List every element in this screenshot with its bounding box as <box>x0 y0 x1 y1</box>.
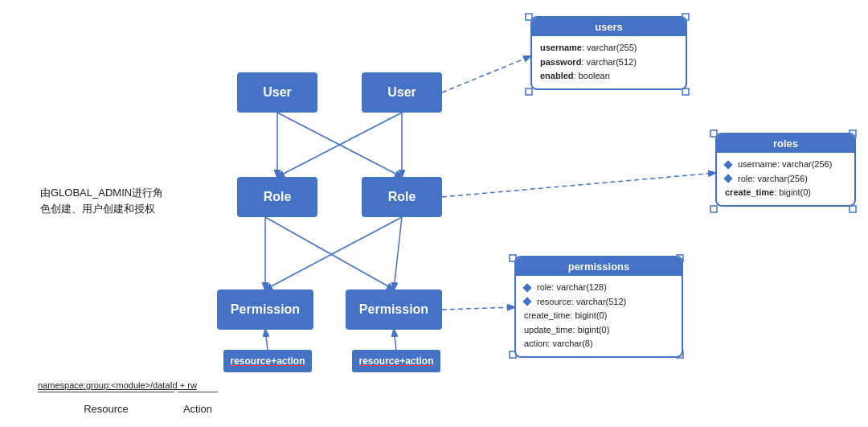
bottom-annotation: namespace:group:<module>/dataId + rw Res… <box>38 380 197 415</box>
roles-table-body: username: varchar(256) role: varchar(256… <box>717 153 854 205</box>
users-table-header: users <box>532 18 686 36</box>
svg-line-8 <box>265 330 268 350</box>
diamond-icon <box>723 174 732 183</box>
roles-table-header: roles <box>717 134 854 153</box>
bottom-labels-row: Resource Action <box>38 403 197 415</box>
svg-line-10 <box>442 56 530 92</box>
user-box-2: User <box>362 72 442 113</box>
svg-rect-15 <box>526 88 532 95</box>
users-table-body: username: varchar(255) password: varchar… <box>532 36 686 88</box>
resource-brace <box>38 392 174 403</box>
svg-line-1 <box>277 113 402 177</box>
diamond-icon <box>522 283 531 292</box>
svg-line-6 <box>265 217 402 289</box>
svg-rect-19 <box>710 206 717 212</box>
brace-row <box>38 392 197 403</box>
users-field-username: username: varchar(255) <box>540 41 678 55</box>
namespace-text: namespace:group:<module>/dataId + rw <box>38 380 197 390</box>
role-box-1: Role <box>237 177 317 217</box>
perm-field-resource: resource: varchar(512) <box>524 295 674 310</box>
perm-field-create-time: create_time: bigint(0) <box>524 309 674 323</box>
perm-field-role: role: varchar(128) <box>524 281 674 295</box>
perm-field-action: action: varchar(8) <box>524 337 674 351</box>
resource-label: Resource <box>38 403 174 415</box>
users-field-password: password: varchar(512) <box>540 55 678 70</box>
diagram-canvas: User User Role Role Permission Permissio… <box>0 0 868 427</box>
role-box-2: Role <box>362 177 442 217</box>
svg-rect-20 <box>850 206 856 212</box>
diamond-icon <box>522 298 531 306</box>
resource-action-box-1: resource+action <box>223 350 312 372</box>
permission-box-1: Permission <box>217 289 313 330</box>
svg-line-5 <box>265 217 394 289</box>
action-brace <box>178 392 218 403</box>
roles-table: roles username: varchar(256) role: varch… <box>715 133 856 207</box>
svg-line-12 <box>442 307 514 310</box>
resource-action-box-2: resource+action <box>352 350 440 372</box>
roles-field-username: username: varchar(256) <box>725 158 846 172</box>
users-table: users username: varchar(255) password: v… <box>530 16 687 90</box>
roles-field-role: role: varchar(256) <box>725 172 846 187</box>
roles-field-create-time: create_time: bigint(0) <box>725 186 846 200</box>
perm-field-update-time: update_time: bigint(0) <box>524 323 674 338</box>
diamond-icon <box>723 160 732 169</box>
permission-box-2: Permission <box>346 289 442 330</box>
svg-line-7 <box>394 217 402 289</box>
svg-line-11 <box>442 173 715 197</box>
svg-line-2 <box>277 113 402 177</box>
svg-line-9 <box>394 330 396 350</box>
permissions-table: permissions role: varchar(128) resource:… <box>514 256 683 358</box>
sidebar-chinese-text: 由GLOBAL_ADMIN进行角色创建、用户创建和授权 <box>40 185 163 216</box>
users-field-enabled: enabled: boolean <box>540 69 678 84</box>
user-box-1: User <box>237 72 317 113</box>
permissions-table-header: permissions <box>516 257 682 276</box>
permissions-table-body: role: varchar(128) resource: varchar(512… <box>516 276 682 356</box>
action-label: Action <box>178 403 218 415</box>
